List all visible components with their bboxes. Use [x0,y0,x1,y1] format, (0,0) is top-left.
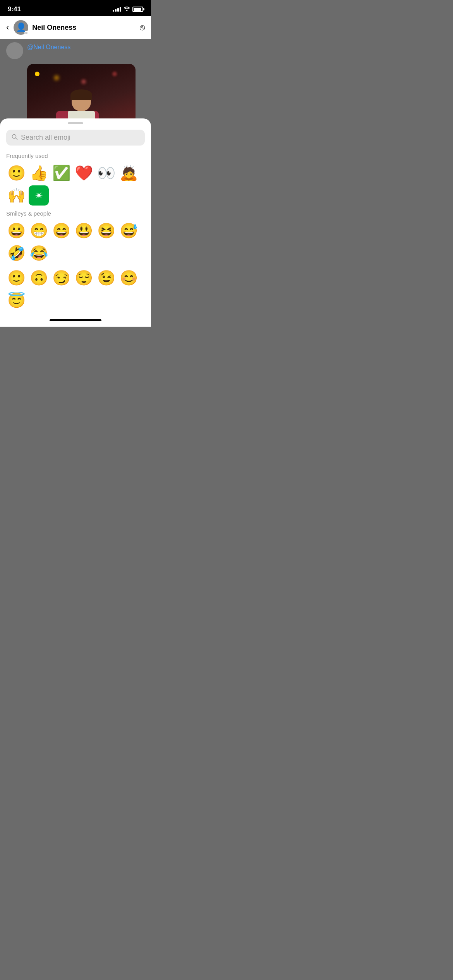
wifi-icon [124,6,130,12]
emoji-grinning[interactable]: 😀 [6,221,26,241]
search-bar-container: Search all emoji [0,130,151,151]
home-bar [50,319,101,321]
emoji-laughing[interactable]: 😆 [96,221,116,241]
smileys-people-grid: 😀 😁 😄 😃 😆 😅 🤣 😂 🙂 🙃 😏 😌 😉 😊 😇 [0,221,151,314]
svg-line-1 [16,138,17,139]
emoji-heart[interactable]: ❤️ [74,163,94,183]
emoji-wink[interactable]: 😉 [96,268,116,288]
emoji-grin[interactable]: 😁 [29,221,49,241]
share-icon[interactable]: ⎋ [140,22,145,33]
nav-bar: ‹ 👤 Neil Oneness ⎋ [0,16,151,39]
search-placeholder: Search all emoji [21,134,70,142]
panel-handle [68,122,83,124]
online-status-dot [24,31,28,35]
emoji-innocent[interactable]: 😇 [6,290,26,310]
emoji-smirk[interactable]: 😏 [51,268,71,288]
emoji-slightly-smiling[interactable]: 🙂 [6,268,26,288]
status-time: 9:41 [8,5,21,13]
back-button[interactable]: ‹ [6,22,9,33]
emoji-sparkle[interactable]: ✴ [29,185,49,206]
emoji-bow[interactable]: 🙇 [118,163,139,183]
image-lights [35,72,39,76]
emoji-panel: Search all emoji Frequently used 🙂 👍 ✅ ❤… [0,118,151,327]
emoji-search-bar[interactable]: Search all emoji [6,130,145,146]
status-icons [113,6,143,12]
emoji-rofl[interactable]: 🤣 [6,243,26,263]
emoji-raised-hands[interactable]: 🙌 [6,185,26,206]
emoji-eyes[interactable]: 👀 [96,163,116,183]
user-name: Neil Oneness [32,24,140,32]
emoji-upside-down[interactable]: 🙃 [29,268,49,288]
emoji-checkbox[interactable]: ✅ [51,163,71,183]
signal-icon [113,7,121,12]
status-bar: 9:41 [0,0,151,16]
emoji-blush[interactable]: 😊 [118,268,139,288]
mention-text: @Neil Oneness [27,42,70,51]
emoji-joy[interactable]: 😂 [29,243,49,263]
emoji-sweat-smile[interactable]: 😅 [118,221,139,241]
emoji-thumbsup[interactable]: 👍 [29,163,49,183]
battery-icon [132,7,143,12]
avatar: 👤 [14,20,28,35]
emoji-relieved[interactable]: 😌 [74,268,94,288]
emoji-smiley2[interactable]: 😃 [74,221,94,241]
smileys-people-label: Smileys & people [0,209,151,221]
search-icon [12,134,18,142]
frequently-used-label: Frequently used [0,151,151,163]
emoji-smiley[interactable]: 🙂 [6,163,26,183]
emoji-smile[interactable]: 😄 [51,221,71,241]
chat-area: @Neil Oneness [0,39,151,62]
frequently-used-grid: 🙂 👍 ✅ ❤️ 👀 🙇 🙌 ✴ [0,163,151,209]
sender-avatar [6,42,23,59]
home-indicator [0,314,151,327]
